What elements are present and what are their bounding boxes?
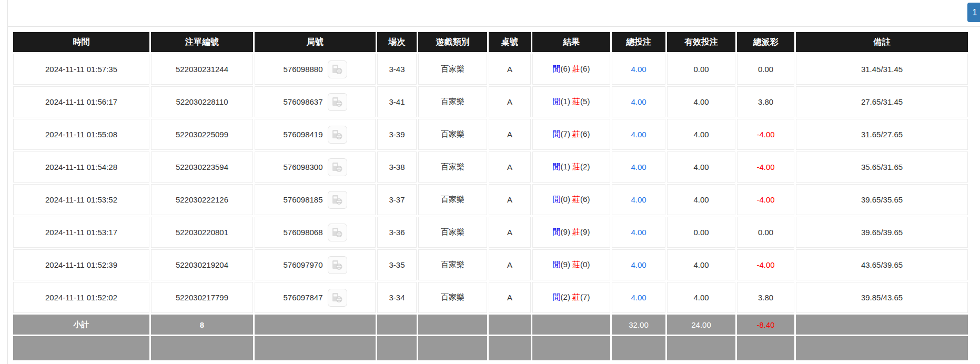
cell-table-no: A (489, 119, 531, 150)
subtotal-empty-session (377, 315, 417, 335)
result-banker-label: 莊 (572, 129, 580, 138)
table-row: 2024-11-11 01:52:39522030219204576097970… (13, 249, 968, 280)
total-row-partial (13, 336, 968, 360)
video-replay-button[interactable] (328, 60, 347, 78)
cell-time: 2024-11-11 01:56:17 (13, 86, 149, 117)
cell-valid-bet: 0.00 (667, 217, 735, 248)
column-header-remark: 備註 (796, 32, 968, 52)
round-cell: 576097970 (257, 256, 373, 274)
result-player-label: 閒 (553, 227, 561, 236)
cell-result: 閒(9) 莊(0) (532, 249, 610, 280)
cell-total-bet: 4.00 (612, 249, 665, 280)
cell-bet-id: 522030225099 (151, 119, 253, 150)
cell-table-no: A (489, 151, 531, 183)
video-replay-button[interactable] (328, 224, 347, 241)
cell-result: 閒(1) 莊(5) (532, 86, 610, 117)
cell-game-type: 百家樂 (418, 86, 487, 117)
total-cell-round_id (255, 336, 376, 360)
total-cell-game (418, 336, 487, 360)
table-row: 2024-11-11 01:52:02522030217799576097847… (13, 282, 968, 313)
round-number: 576098880 (283, 65, 322, 74)
cell-time: 2024-11-11 01:53:52 (13, 184, 149, 215)
cell-result: 閒(9) 莊(9) (532, 217, 610, 248)
cell-game-type: 百家樂 (418, 151, 487, 183)
result-banker-label: 莊 (572, 162, 580, 171)
cell-result: 閒(0) 莊(6) (532, 184, 610, 215)
result-player-score: (0) (561, 195, 570, 204)
cell-bet-id: 522030223594 (151, 151, 253, 183)
cell-remark: 35.65/31.65 (796, 151, 968, 183)
cell-remark: 43.65/39.65 (796, 249, 968, 280)
cell-game-type: 百家樂 (418, 54, 487, 85)
video-film-icon (331, 259, 343, 271)
subtotal-payout: -8.40 (737, 315, 794, 335)
cell-valid-bet: 0.00 (667, 54, 735, 85)
cell-bet-id: 522030217799 (151, 282, 253, 313)
cell-total-bet: 4.00 (612, 86, 665, 117)
total-cell-remark (796, 336, 968, 360)
total-cell-payout (737, 336, 794, 360)
column-header-valid_bet: 有效投注 (667, 32, 735, 52)
cell-payout: -4.00 (737, 151, 794, 183)
cell-round-id: 576097970 (255, 249, 376, 280)
cell-valid-bet: 4.00 (667, 184, 735, 215)
result-banker-score: (6) (580, 64, 590, 73)
cell-session: 3-41 (377, 86, 417, 117)
round-cell: 576098419 (257, 126, 373, 144)
bet-history-page: 1 時間注單編號局號場次遊戲類別桌號結果總投注有效投注總派彩備註 2024-11… (0, 0, 980, 364)
total-cell-table_no (489, 336, 531, 360)
column-header-total_bet: 總投注 (612, 32, 665, 52)
result-player-score: (1) (561, 162, 570, 171)
table-row: 2024-11-11 01:53:52522030222126576098185… (13, 184, 968, 215)
round-cell: 576098880 (257, 60, 373, 78)
round-number: 576098068 (283, 228, 322, 237)
cell-session: 3-36 (377, 217, 417, 248)
cell-remark: 39.85/43.65 (796, 282, 968, 313)
cell-remark: 27.65/31.45 (796, 86, 968, 117)
round-number: 576098300 (283, 163, 322, 171)
cell-bet-id: 522030220801 (151, 217, 253, 248)
cell-total-bet: 4.00 (612, 184, 665, 215)
column-header-payout: 總派彩 (737, 32, 794, 52)
video-film-icon (331, 292, 343, 304)
result-banker-score: (7) (580, 292, 590, 301)
cell-remark: 31.65/27.65 (796, 119, 968, 150)
cell-session: 3-39 (377, 119, 417, 150)
pagination-page-1[interactable]: 1 (967, 3, 980, 22)
video-film-icon (331, 64, 343, 75)
cell-time: 2024-11-11 01:54:28 (13, 151, 149, 183)
cell-valid-bet: 4.00 (667, 86, 735, 117)
cell-round-id: 576098185 (255, 184, 376, 215)
result-banker-score: (6) (580, 129, 590, 138)
cell-game-type: 百家樂 (418, 184, 487, 215)
cell-total-bet: 4.00 (612, 282, 665, 313)
video-replay-button[interactable] (328, 289, 347, 307)
subtotal-empty-remark (796, 315, 968, 335)
video-replay-button[interactable] (328, 256, 347, 274)
cell-time: 2024-11-11 01:57:35 (13, 54, 149, 85)
cell-table-no: A (489, 217, 531, 248)
video-replay-button[interactable] (328, 191, 347, 209)
cell-game-type: 百家樂 (418, 282, 487, 313)
result-player-score: (2) (561, 292, 570, 301)
cell-payout: -4.00 (737, 184, 794, 215)
cell-round-id: 576098068 (255, 217, 376, 248)
video-replay-button[interactable] (328, 158, 347, 176)
subtotal-empty-game (418, 315, 487, 335)
subtotal-empty-round (255, 315, 376, 335)
cell-time: 2024-11-11 01:53:17 (13, 217, 149, 248)
cell-session: 3-43 (377, 54, 417, 85)
video-replay-button[interactable] (328, 93, 347, 111)
cell-valid-bet: 4.00 (667, 249, 735, 280)
video-replay-button[interactable] (328, 126, 347, 144)
cell-bet-id: 522030231244 (151, 54, 253, 85)
cell-time: 2024-11-11 01:55:08 (13, 119, 149, 150)
video-film-icon (331, 129, 343, 140)
video-film-icon (331, 161, 343, 173)
total-cell-result (532, 336, 610, 360)
cell-remark: 31.45/31.45 (796, 54, 968, 85)
cell-table-no: A (489, 54, 531, 85)
subtotal-total-bet: 32.00 (612, 315, 665, 335)
cell-game-type: 百家樂 (418, 217, 487, 248)
subtotal-row: 小計832.0024.00-8.40 (13, 315, 968, 335)
